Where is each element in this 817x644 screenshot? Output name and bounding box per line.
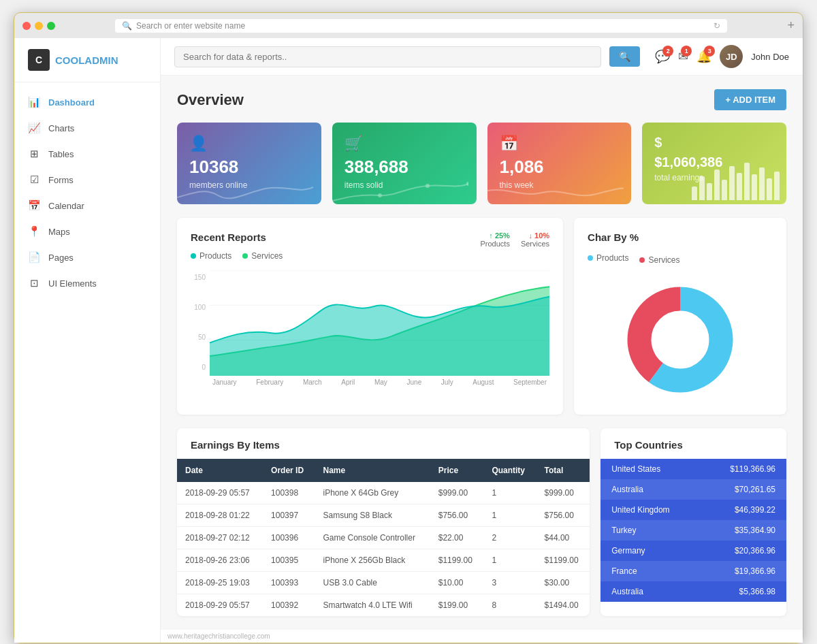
country-value: $46,399.22	[735, 505, 775, 515]
watermark: www.heritagechristiancollege.com	[161, 630, 803, 643]
table-cell: 1	[483, 482, 536, 504]
sidebar-label-tables: Tables	[48, 149, 74, 159]
earnings-bar	[744, 163, 750, 200]
country-name: United States	[611, 464, 660, 474]
table-cell: 2018-09-26 23:06	[177, 549, 263, 572]
table-cell: 100393	[263, 572, 315, 594]
search-input[interactable]	[174, 46, 601, 67]
sidebar-item-pages[interactable]: 📄 Pages	[14, 244, 160, 270]
table-cell: $1199.00	[536, 549, 590, 572]
legend-services-label: Services	[251, 251, 283, 261]
earnings-bar	[722, 180, 727, 200]
cart-icon: 🛒	[345, 135, 464, 152]
stat-card-earnings: $ $1,060,386 total earnings	[642, 123, 786, 204]
donut-chart	[588, 272, 773, 401]
sidebar-label-calendar: Calendar	[48, 201, 84, 211]
table-row: 2018-09-26 23:06100395iPhone X 256Gb Bla…	[177, 549, 590, 572]
sidebar-label-ui-elements: UI Elements	[48, 278, 97, 289]
y-axis-labels: 150100500	[191, 270, 206, 386]
col-total: Total	[536, 459, 590, 482]
add-item-button[interactable]: + ADD ITEM	[714, 89, 786, 110]
col-price: Price	[430, 459, 484, 482]
stat-card-items: 🛒 388,688 items solid	[332, 123, 477, 204]
services-stat: ↓ 10% Services	[521, 231, 549, 248]
notifications-icon-wrap[interactable]: 🔔 3	[696, 49, 711, 64]
sidebar-item-ui-elements[interactable]: ⊡ UI Elements	[14, 270, 160, 296]
top-header: 🔍 💬 2 ✉ 1 🔔 3 JD John Doe	[161, 38, 803, 76]
chart-legend: Products Services	[191, 251, 283, 261]
table-cell: Game Console Controller	[315, 527, 430, 549]
donut-legend: Products Services	[588, 251, 773, 265]
stat-cards: 👤 10368 members online 🛒 388,688 items s…	[177, 123, 786, 204]
earnings-bar	[692, 187, 697, 200]
table-cell: 100392	[263, 594, 315, 617]
table-header-row: Date Order ID Name Price Quantity Total	[177, 459, 590, 482]
sidebar-label-pages: Pages	[48, 253, 74, 263]
donut-legend-services: Services	[639, 255, 679, 265]
area-chart: JanuaryFebruaryMarchAprilMayJuneJulyAugu…	[210, 270, 549, 386]
address-bar[interactable]: 🔍 Search or enter website name ↻	[115, 19, 727, 33]
top-countries-title: Top Countries	[600, 428, 786, 459]
messages-icon-wrap[interactable]: 💬 2	[655, 49, 670, 64]
sidebar-item-tables[interactable]: ⊞ Tables	[14, 141, 160, 167]
country-row: Germany$20,366.96	[600, 541, 786, 561]
sidebar-item-maps[interactable]: 📍 Maps	[14, 219, 160, 244]
country-row: United States$119,366.96	[600, 459, 786, 479]
country-name: United Kingdom	[611, 505, 669, 515]
table-cell: 2018-09-28 01:22	[177, 504, 263, 527]
calendar-stat-icon: 📅	[500, 135, 620, 152]
charts-icon: 📈	[28, 122, 40, 134]
new-tab-button[interactable]: +	[787, 18, 795, 33]
chart-by-percent-title: Char By %	[588, 231, 773, 243]
table-cell: 3	[483, 572, 536, 594]
sidebar-label-forms: Forms	[48, 175, 74, 185]
avatar: JD	[720, 45, 743, 68]
logo: C COOLADMIN	[14, 38, 160, 82]
country-value: $119,366.96	[730, 464, 775, 474]
svg-point-1	[426, 184, 430, 188]
area-chart-wrapper: 150100500	[191, 270, 549, 386]
col-quantity: Quantity	[483, 459, 536, 482]
members-icon: 👤	[189, 135, 309, 152]
earnings-bar	[729, 166, 735, 200]
search-button[interactable]: 🔍	[609, 46, 640, 67]
earnings-bar	[774, 172, 780, 200]
services-dot	[242, 253, 248, 259]
svg-point-0	[378, 193, 382, 197]
legend-services: Services	[242, 251, 283, 261]
reload-icon[interactable]: ↻	[714, 21, 720, 31]
country-row: France$19,366.96	[600, 561, 786, 581]
table-cell: $44.00	[536, 527, 590, 549]
country-name: Australia	[611, 485, 643, 494]
sidebar-item-dashboard[interactable]: 📊 Dashboard	[14, 89, 160, 115]
recent-reports-card: Recent Reports Products Services	[177, 218, 563, 415]
table-cell: $756.00	[430, 504, 484, 527]
sidebar: C COOLADMIN 📊 Dashboard 📈 Charts ⊞ Table…	[14, 38, 161, 643]
table-cell: 100396	[263, 527, 315, 549]
chart-by-percent-card: Char By % Products Services	[574, 218, 786, 415]
sidebar-item-charts[interactable]: 📈 Charts	[14, 115, 160, 141]
earnings-bars	[685, 163, 786, 204]
x-axis-labels: JanuaryFebruaryMarchAprilMayJuneJulyAugu…	[210, 379, 549, 386]
mail-icon-wrap[interactable]: ✉ 1	[678, 49, 688, 64]
earnings-bar	[752, 174, 757, 200]
table-cell: $1199.00	[430, 549, 484, 572]
earnings-bar	[737, 173, 742, 200]
overview-header: Overview + ADD ITEM	[177, 89, 786, 110]
forms-icon: ☑	[28, 174, 40, 186]
sidebar-item-calendar[interactable]: 📅 Calendar	[14, 193, 160, 219]
country-value: $35,364.90	[735, 526, 775, 535]
table-cell: 100397	[263, 504, 315, 527]
table-cell: $1494.00	[536, 594, 590, 617]
donut-services-label: Services	[648, 255, 679, 265]
mail-badge: 1	[681, 46, 692, 57]
country-value: $70,261.65	[735, 485, 775, 494]
content-body: Overview + ADD ITEM 👤 10368 members onli…	[161, 76, 803, 630]
services-pct: ↓ 10%	[521, 231, 549, 240]
earnings-bar	[759, 167, 765, 200]
table-row: 2018-09-27 02:12100396Game Console Contr…	[177, 527, 590, 549]
sidebar-item-forms[interactable]: ☑ Forms	[14, 167, 160, 193]
country-row: Turkey$35,364.90	[600, 520, 786, 541]
sidebar-nav: 📊 Dashboard 📈 Charts ⊞ Tables ☑ Forms 📅	[14, 82, 160, 303]
table-cell: $999.00	[430, 482, 484, 504]
